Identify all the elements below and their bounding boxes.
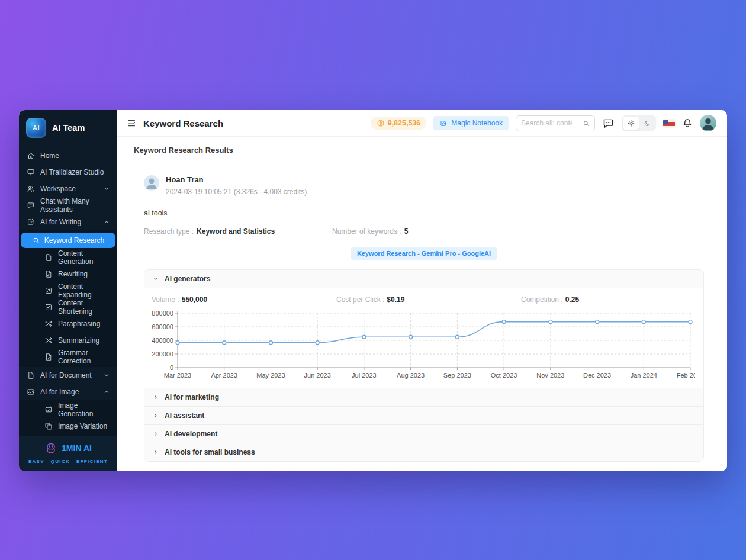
chevron-right-icon bbox=[153, 413, 159, 419]
sidebar-item-workspace[interactable]: Workspace bbox=[19, 181, 117, 197]
person-icon bbox=[700, 115, 716, 131]
volume-label: Volume : bbox=[152, 295, 179, 304]
delete-button[interactable]: Delete bbox=[144, 469, 176, 471]
keyword-count: Number of keywords :5 bbox=[332, 227, 408, 236]
edit-icon bbox=[439, 120, 448, 127]
coin-icon bbox=[377, 119, 385, 127]
credits-badge[interactable]: 9,825,536 bbox=[371, 117, 427, 130]
svg-text:Nov 2023: Nov 2023 bbox=[536, 372, 564, 379]
page-title: Keyword Research bbox=[143, 118, 223, 128]
credits-count: 9,825,536 bbox=[388, 119, 421, 127]
app-logo-icon: AI bbox=[26, 118, 46, 138]
language-flag-us[interactable] bbox=[663, 120, 675, 127]
sidebar-item-summarizing[interactable]: Summarizing bbox=[19, 332, 117, 349]
accordion-header-ai-for-marketing[interactable]: AI for marketing bbox=[144, 388, 703, 406]
file-check-icon bbox=[44, 353, 53, 361]
sidebar-item-chat-with-many-assistants[interactable]: Chat with Many Assistants bbox=[19, 197, 117, 214]
keyword-name: AI for marketing bbox=[165, 393, 219, 401]
svg-text:Sep 2023: Sep 2023 bbox=[443, 372, 471, 379]
cpc-label: Cost per Click : bbox=[336, 295, 384, 304]
chevron-right-icon bbox=[153, 394, 159, 400]
edit-icon bbox=[27, 218, 35, 226]
sidebar-nav: Home AI Trailblazer Studio Workspace Cha… bbox=[19, 147, 117, 436]
sidebar-group-ai-for-image[interactable]: AI for Image bbox=[19, 384, 117, 400]
search-volume-chart: 0200000400000600000800000Mar 2023Apr 202… bbox=[149, 307, 699, 387]
sidebar-item-keyword-research[interactable]: Keyword Research bbox=[21, 233, 115, 248]
keyword-name: AI assistant bbox=[165, 411, 204, 420]
sidebar-item-image-generation[interactable]: Image Generation bbox=[19, 401, 117, 418]
sidebar-item-label: Grammar Correction bbox=[58, 349, 110, 365]
sidebar-item-paraphrasing[interactable]: Paraphrasing bbox=[19, 316, 117, 332]
svg-text:600000: 600000 bbox=[152, 323, 173, 330]
sidebar-item-label: Home bbox=[40, 152, 59, 160]
cpc-value: $0.19 bbox=[387, 295, 404, 304]
svg-text:400000: 400000 bbox=[152, 337, 173, 344]
trash-icon bbox=[144, 470, 152, 472]
result-user-row: Hoan Tran 2024-03-19 10:05:21 (3.326s - … bbox=[144, 175, 704, 196]
sidebar-item-ai-trailblazer-studio[interactable]: AI Trailblazer Studio bbox=[19, 164, 117, 181]
accordion-item-ai-tools-for-small-business: AI tools for small business bbox=[144, 443, 703, 461]
chevron-down-icon bbox=[104, 186, 110, 192]
svg-text:Dec 2023: Dec 2023 bbox=[583, 372, 611, 379]
chevron-up-icon bbox=[104, 389, 110, 395]
sidebar-item-image-variation[interactable]: Image Variation bbox=[19, 418, 117, 435]
svg-text:Mar 2023: Mar 2023 bbox=[164, 372, 191, 379]
dark-mode-button[interactable] bbox=[639, 117, 655, 130]
results-body: Hoan Tran 2024-03-19 10:05:21 (3.326s - … bbox=[117, 162, 727, 471]
accordion-header-ai-generators[interactable]: AI generators bbox=[144, 270, 703, 288]
search-input[interactable] bbox=[516, 119, 577, 127]
search-button[interactable] bbox=[577, 116, 594, 131]
user-avatar[interactable] bbox=[700, 115, 716, 131]
svg-text:Aug 2023: Aug 2023 bbox=[397, 372, 425, 379]
file-icon bbox=[27, 371, 35, 379]
svg-text:Jul 2023: Jul 2023 bbox=[352, 372, 377, 379]
svg-text:Apr 2023: Apr 2023 bbox=[211, 372, 237, 379]
sidebar-item-content-expanding[interactable]: Content Expanding bbox=[19, 282, 117, 299]
light-mode-button[interactable] bbox=[623, 117, 639, 130]
search-icon bbox=[582, 120, 590, 127]
sidebar-group-ai-for-document[interactable]: AI for Document bbox=[19, 367, 117, 384]
sidebar-group-ai-for-writing[interactable]: AI for Writing bbox=[19, 214, 117, 230]
sidebar-item-label: Content Expanding bbox=[58, 282, 110, 299]
collapse-sidebar-icon[interactable] bbox=[127, 118, 136, 128]
sidebar-item-label: AI for Document bbox=[40, 371, 92, 379]
image-plus-icon bbox=[44, 405, 53, 414]
volume-value: 550,000 bbox=[182, 295, 207, 304]
sidebar-item-rewriting[interactable]: Rewriting bbox=[19, 266, 117, 282]
keyword-name: AI tools for small business bbox=[165, 448, 255, 456]
app-logo-row: AI AI Team bbox=[19, 110, 117, 145]
person-icon bbox=[144, 175, 159, 191]
research-type: Research type :Keyword and Statistics bbox=[144, 227, 332, 236]
brand-row: 1MIN AI bbox=[22, 442, 114, 455]
keyword-count-value: 5 bbox=[404, 227, 409, 236]
accordion-header-ai-assistant[interactable]: AI assistant bbox=[144, 407, 703, 424]
chevron-down-icon bbox=[153, 276, 159, 282]
notifications-bell-icon[interactable] bbox=[682, 118, 693, 128]
sidebar-item-label: Content Generation bbox=[58, 249, 110, 266]
magic-notebook-button[interactable]: Magic Notebook bbox=[433, 116, 509, 130]
app-window: AI AI Team Home AI Trailblazer Studio Wo… bbox=[19, 110, 727, 471]
svg-text:Jun 2023: Jun 2023 bbox=[304, 372, 331, 379]
chevron-right-icon bbox=[153, 449, 159, 455]
accordion-header-ai-tools-for-small-business[interactable]: AI tools for small business bbox=[144, 443, 703, 461]
sidebar-item-content-shortening[interactable]: Content Shortening bbox=[19, 299, 117, 316]
model-badge[interactable]: Keyword Research - Gemini Pro - GoogleAI bbox=[351, 247, 497, 260]
copy-icon bbox=[44, 422, 53, 430]
delete-label: Delete bbox=[156, 469, 176, 471]
accordion-header-ai-development[interactable]: AI development bbox=[144, 425, 703, 443]
svg-text:200000: 200000 bbox=[152, 350, 173, 358]
research-type-label: Research type : bbox=[144, 227, 194, 236]
expand-icon bbox=[44, 287, 53, 295]
sidebar-item-label: AI for Image bbox=[40, 388, 79, 396]
sidebar-item-grammar-correction[interactable]: Grammar Correction bbox=[19, 349, 117, 365]
monitor-icon bbox=[27, 168, 35, 176]
keyword-accordion: AI generators Volume :550,000 Cost per C… bbox=[144, 269, 704, 462]
sidebar-item-home[interactable]: Home bbox=[19, 147, 117, 164]
chevron-up-icon bbox=[104, 219, 110, 225]
sidebar-item-label: Image Generation bbox=[58, 401, 110, 418]
support-chat-icon[interactable] bbox=[602, 117, 615, 130]
keyword-count-label: Number of keywords : bbox=[332, 227, 401, 236]
stat-competition: Competition :0.25 bbox=[521, 295, 579, 304]
sidebar-item-content-generation[interactable]: Content Generation bbox=[19, 249, 117, 266]
accordion-item-ai-assistant: AI assistant bbox=[144, 406, 703, 424]
